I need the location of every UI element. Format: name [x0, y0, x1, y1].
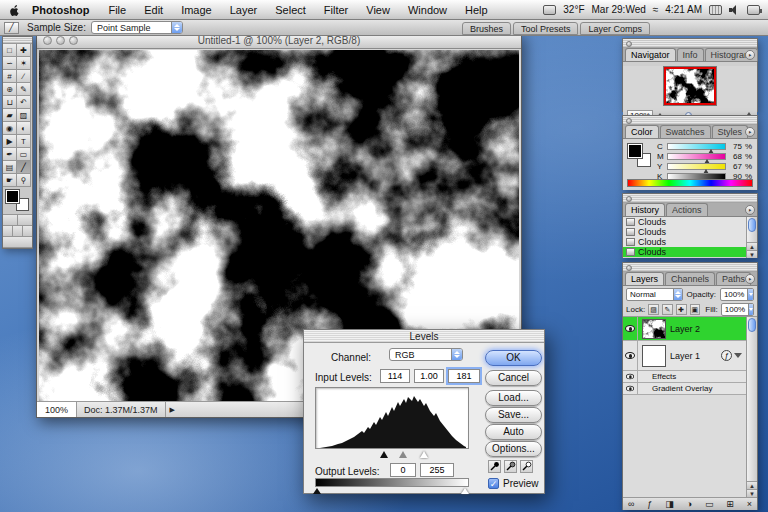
menu-file[interactable]: File	[99, 4, 135, 16]
opacity-dropdown[interactable]: 100%	[720, 288, 754, 301]
magenta-slider[interactable]	[667, 153, 726, 160]
tab-navigator[interactable]: Navigator	[625, 48, 676, 61]
close-panel-button[interactable]	[626, 265, 632, 271]
tab-layers[interactable]: Layers	[625, 272, 664, 285]
tool-lasso[interactable]: ∽	[3, 57, 17, 70]
gradient-overlay-effect-row[interactable]: Gradient Overlay	[623, 383, 746, 395]
scrollbar-thumb[interactable]	[748, 318, 756, 332]
new-layer-icon[interactable]: ⊞	[726, 500, 734, 509]
layer-name[interactable]: Layer 2	[670, 324, 746, 334]
layer-2-thumbnail[interactable]	[642, 319, 666, 339]
black-input-slider[interactable]	[380, 451, 388, 458]
close-panel-button[interactable]	[626, 196, 632, 202]
link-layers-icon[interactable]: ∞	[628, 500, 634, 509]
lock-position-icon[interactable]: ✚	[676, 304, 687, 315]
tool-blur[interactable]: ◉	[3, 122, 17, 135]
delete-layer-icon[interactable]: ×	[747, 500, 752, 509]
set-black-point-eyedropper-icon[interactable]	[488, 460, 501, 473]
foreground-color-swatch[interactable]	[628, 144, 642, 158]
toolbox-grip[interactable]	[3, 37, 32, 44]
menu-layer[interactable]: Layer	[221, 4, 267, 16]
menu-image[interactable]: Image	[172, 4, 221, 16]
tool-clone-stamp[interactable]: ⊔	[3, 96, 17, 109]
color-panel-grip[interactable]	[623, 116, 757, 125]
white-output-slider[interactable]	[461, 488, 469, 494]
fullscreen-menubar-button[interactable]	[13, 226, 23, 236]
tab-swatches[interactable]: Swatches	[660, 125, 711, 138]
cancel-button[interactable]: Cancel	[485, 370, 542, 386]
tab-channels[interactable]: Channels	[665, 272, 715, 285]
minimize-window-button[interactable]	[56, 36, 65, 45]
standard-screen-button[interactable]	[3, 226, 13, 236]
history-scrollbar[interactable]: ▲ ▼	[746, 217, 757, 258]
magenta-value-field[interactable]: 68	[729, 152, 742, 161]
scroll-up-icon[interactable]: ▲	[747, 242, 757, 250]
output-black-field[interactable]	[390, 463, 416, 477]
clock-menu-extra[interactable]: 4:21 AM	[665, 4, 702, 15]
active-tool-icon[interactable]: ╱	[4, 22, 19, 34]
scroll-up-icon[interactable]: ▲	[747, 481, 757, 489]
visibility-eye-icon[interactable]	[625, 325, 635, 332]
navigator-proxy-preview[interactable]	[663, 66, 717, 106]
apple-menu-icon[interactable]	[8, 4, 22, 16]
load-button[interactable]: Load...	[485, 390, 542, 406]
menu-select[interactable]: Select	[266, 4, 315, 16]
menu-window[interactable]: Window	[399, 4, 456, 16]
zoom-percent-field[interactable]: 100%	[37, 402, 77, 417]
close-window-button[interactable]	[43, 36, 52, 45]
set-white-point-eyedropper-icon[interactable]	[520, 460, 533, 473]
color-spectrum-bar[interactable]	[627, 179, 753, 187]
layer-name[interactable]: Layer 1	[670, 351, 721, 361]
tool-shape[interactable]: ▭	[17, 148, 31, 161]
scrollbar-thumb[interactable]	[748, 218, 756, 232]
tool-hand[interactable]: ☛	[3, 174, 17, 187]
tool-notes[interactable]: ▤	[3, 161, 17, 174]
black-output-slider[interactable]	[313, 488, 321, 494]
white-input-slider[interactable]	[420, 451, 428, 458]
tab-color[interactable]: Color	[625, 125, 659, 138]
close-panel-button[interactable]	[626, 118, 632, 124]
adjustment-layer-icon[interactable]: ◑	[687, 500, 692, 509]
menu-edit[interactable]: Edit	[135, 4, 172, 16]
brushes-palette-button[interactable]: Brushes	[462, 22, 511, 35]
layers-scrollbar[interactable]: ▲ ▼	[746, 317, 757, 497]
cyan-slider[interactable]	[667, 143, 726, 150]
tool-healing-brush[interactable]: ⊕	[3, 83, 17, 96]
menu-view[interactable]: View	[357, 4, 399, 16]
panel-menu-icon[interactable]: ‣	[745, 205, 755, 215]
set-gray-point-eyedropper-icon[interactable]	[504, 460, 517, 473]
navigator-panel-grip[interactable]	[623, 39, 757, 48]
cyan-value-field[interactable]: 75	[729, 142, 742, 151]
panel-menu-icon[interactable]: ‣	[745, 127, 755, 137]
history-state-row[interactable]: Clouds	[623, 227, 746, 237]
sample-size-dropdown[interactable]: Point Sample	[91, 21, 183, 34]
tool-path-selection[interactable]: ▶	[3, 135, 17, 148]
panel-menu-icon[interactable]: ‣	[745, 274, 755, 284]
history-panel-grip[interactable]	[623, 194, 757, 203]
battery-icon[interactable]	[747, 5, 760, 15]
layer-row-layer-2[interactable]: Layer 2	[623, 317, 746, 341]
tool-zoom[interactable]: ⚲	[17, 174, 31, 187]
layer-comps-palette-button[interactable]: Layer Comps	[580, 22, 650, 35]
tool-eyedropper[interactable]: ╱	[17, 161, 31, 174]
navigator-view-box[interactable]	[664, 67, 716, 105]
layer-style-icon[interactable]: ƒ	[647, 500, 652, 509]
lock-all-icon[interactable]: ▣	[690, 304, 701, 315]
history-state-row[interactable]: Clouds	[623, 237, 746, 247]
tool-slice[interactable]: ∕	[17, 70, 31, 83]
menu-help[interactable]: Help	[456, 4, 497, 16]
input-black-point-field[interactable]	[380, 369, 410, 383]
yellow-slider[interactable]	[667, 163, 726, 170]
fullscreen-button[interactable]	[23, 226, 32, 236]
history-state-row[interactable]: Clouds	[623, 217, 746, 227]
tool-dodge[interactable]: ◐	[17, 122, 31, 135]
channel-dropdown[interactable]: RGB	[389, 348, 463, 361]
lock-transparency-icon[interactable]: ▨	[648, 304, 659, 315]
tool-type[interactable]: T	[17, 135, 31, 148]
zoom-window-button[interactable]	[69, 36, 78, 45]
auto-button[interactable]: Auto	[485, 424, 542, 440]
status-popup-arrow-icon[interactable]: ▶	[166, 406, 179, 414]
tool-gradient[interactable]: ▨	[17, 109, 31, 122]
tool-rectangular-marquee[interactable]: □	[3, 44, 17, 57]
input-gamma-field[interactable]	[414, 369, 444, 383]
